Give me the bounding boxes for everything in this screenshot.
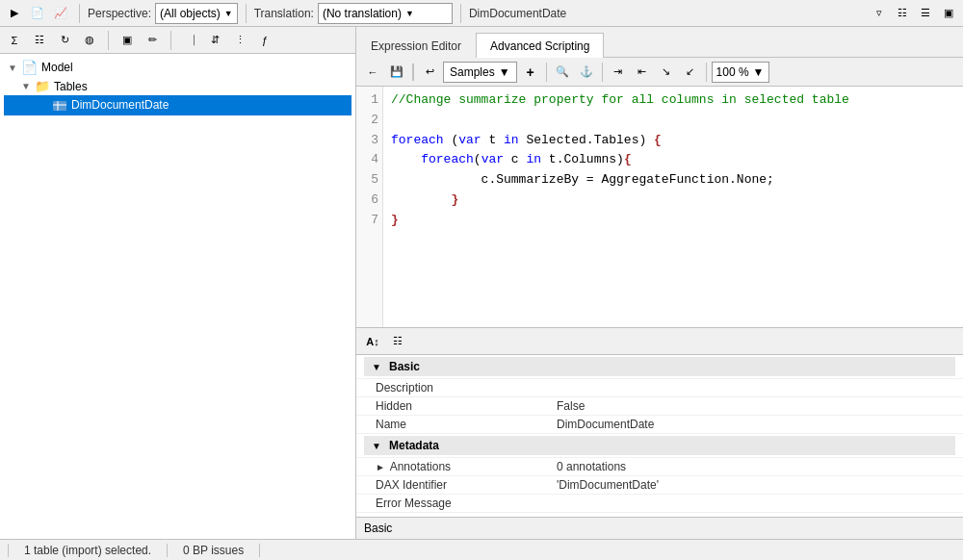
left-panel: Σ ☷ ↻ ◍ ▣ ✏ ⎹ ⇵ ⋮ ƒ ▼ 📄 Model ▼ 📁 Tables xyxy=(0,27,356,539)
funcs-icon[interactable]: ƒ xyxy=(254,30,275,51)
tree-dimdocumentdate[interactable]: DimDocumentDate xyxy=(4,95,351,115)
props-content: ▼ Basic Description Hidden False xyxy=(356,355,963,517)
separator-2 xyxy=(246,4,247,23)
prop-dax-label: DAX Identifier xyxy=(356,476,549,495)
ed-search-icon[interactable]: 🔍 xyxy=(552,62,573,83)
metadata-toggle[interactable]: ▼ xyxy=(372,441,385,451)
grid-icon[interactable]: ☷ xyxy=(892,3,913,24)
ed-save-icon[interactable]: 💾 xyxy=(386,62,407,83)
left-toolbar: Σ ☷ ↻ ◍ ▣ ✏ ⎹ ⇵ ⋮ ƒ xyxy=(0,27,355,54)
separator-3 xyxy=(460,4,461,23)
toolbar-group-icons: ▶ 📄 📈 xyxy=(4,3,71,24)
tree-model[interactable]: ▼ 📄 Model xyxy=(4,58,351,77)
prop-dax-value: 'DimDocumentDate' xyxy=(549,476,963,495)
section-metadata-header[interactable]: ▼ Metadata xyxy=(356,434,963,458)
status-selection: 1 table (import) selected. xyxy=(8,544,168,557)
prop-name-value: DimDocumentDate xyxy=(549,416,963,434)
ed-sep-2 xyxy=(602,63,603,82)
samples-button[interactable]: Samples ▼ xyxy=(443,62,517,83)
tb-icon-2[interactable]: 📄 xyxy=(27,3,48,24)
ed-separator-icon xyxy=(412,64,414,81)
separator-l2 xyxy=(170,31,171,50)
table-icon[interactable]: ☷ xyxy=(29,30,50,51)
ed-indent-icon[interactable]: ⇥ xyxy=(608,62,629,83)
tb-icon-1[interactable]: ▶ xyxy=(4,3,25,24)
ed-bookmark-icon[interactable]: ⚓ xyxy=(576,62,597,83)
props-grid-icon[interactable]: ☷ xyxy=(387,331,408,352)
svg-rect-0 xyxy=(53,101,66,111)
model-label: Model xyxy=(41,61,73,74)
status-issues: 0 BP issues xyxy=(168,544,260,557)
basic-section-label: Basic xyxy=(389,360,420,373)
tab-expression-editor[interactable]: Expression Editor xyxy=(356,33,476,58)
status-bar: 1 table (import) selected. 0 BP issues xyxy=(0,539,963,560)
props-table: ▼ Basic Description Hidden False xyxy=(356,355,963,517)
prop-hidden: Hidden False xyxy=(356,397,963,416)
props-bottom-label: Basic xyxy=(364,522,392,535)
image-icon[interactable]: ▣ xyxy=(117,30,138,51)
metadata-section-label: Metadata xyxy=(389,439,439,452)
hier-icon[interactable]: ⋮ xyxy=(229,30,250,51)
code-content[interactable]: //Change summarize property for all colu… xyxy=(383,87,963,327)
main-layout: Σ ☷ ↻ ◍ ▣ ✏ ⎹ ⇵ ⋮ ƒ ▼ 📄 Model ▼ 📁 Tables xyxy=(0,27,963,539)
tb-icon-3[interactable]: 📈 xyxy=(50,3,71,24)
prop-hidden-value: False xyxy=(549,397,963,416)
translation-dropdown[interactable]: (No translation) ▼ xyxy=(318,3,453,24)
col-icon[interactable]: ⎹ xyxy=(179,30,200,51)
sigma-icon[interactable]: Σ xyxy=(4,30,25,51)
ed-undo-icon[interactable]: ↩ xyxy=(419,62,440,83)
prop-error-message: Error Message xyxy=(356,495,963,513)
toolbar-right-icons: ▿ ☷ ☰ ▣ xyxy=(869,3,959,24)
perspective-arrow: ▼ xyxy=(224,9,233,18)
zoom-combo[interactable]: 100 % ▼ xyxy=(712,62,769,83)
prop-description-label: Description xyxy=(356,379,549,397)
ed-wrap-icon[interactable]: ↘ xyxy=(656,62,677,83)
prop-annotations: ► Annotations 0 annotations xyxy=(356,458,963,476)
table-icon xyxy=(52,97,67,114)
basic-toggle[interactable]: ▼ xyxy=(372,362,385,372)
perspective-label: Perspective: xyxy=(88,7,151,20)
ed-sep-3 xyxy=(706,63,707,82)
tables-label: Tables xyxy=(54,80,88,93)
tables-arrow: ▼ xyxy=(21,81,35,91)
tree-area: ▼ 📄 Model ▼ 📁 Tables DimDocumentDa xyxy=(0,54,355,539)
code-editor[interactable]: 1 2 3 4 5 6 7 //Change summarize propert… xyxy=(356,87,963,327)
tab-advanced-scripting[interactable]: Advanced Scripting xyxy=(476,33,604,58)
props-toolbar: A↕ ☷ xyxy=(356,328,963,355)
tables-icon: 📁 xyxy=(35,79,50,93)
perspective-dropdown[interactable]: (All objects) ▼ xyxy=(155,3,238,24)
ed-nowrap-icon[interactable]: ↙ xyxy=(680,62,701,83)
filter-icon[interactable]: ▿ xyxy=(869,3,890,24)
view-icon[interactable]: ☰ xyxy=(915,3,936,24)
expand-icon[interactable]: ▣ xyxy=(938,3,959,24)
prop-name: Name DimDocumentDate xyxy=(356,416,963,434)
section-basic-header[interactable]: ▼ Basic xyxy=(356,355,963,379)
separator-1 xyxy=(79,4,80,23)
prop-description: Description xyxy=(356,379,963,397)
prop-error-label: Error Message xyxy=(356,495,549,513)
top-toolbar: ▶ 📄 📈 Perspective: (All objects) ▼ Trans… xyxy=(0,0,963,27)
move-icon[interactable]: ⇵ xyxy=(204,30,225,51)
model-name: DimDocumentDate xyxy=(469,7,566,20)
translation-arrow: ▼ xyxy=(405,9,414,18)
prop-annotations-label: ► Annotations xyxy=(356,458,549,476)
calc-icon[interactable]: ↻ xyxy=(54,30,75,51)
prop-hidden-label: Hidden xyxy=(356,397,549,416)
right-panel: Expression Editor Advanced Scripting ← 💾… xyxy=(356,27,963,539)
props-az-icon[interactable]: A↕ xyxy=(362,331,383,352)
ed-sep-1 xyxy=(546,63,547,82)
samples-arrow: ▼ xyxy=(499,65,510,79)
ed-back-icon[interactable]: ← xyxy=(362,62,383,83)
line-numbers: 1 2 3 4 5 6 7 xyxy=(356,87,383,327)
ed-outdent-icon[interactable]: ⇤ xyxy=(632,62,653,83)
translation-label: Translation: xyxy=(254,7,314,20)
properties-panel: A↕ ☷ ▼ Basic xyxy=(356,327,963,539)
prop-name-label: Name xyxy=(356,416,549,434)
tree-tables[interactable]: ▼ 📁 Tables xyxy=(4,77,351,95)
editor-toolbar: ← 💾 ↩ Samples ▼ + 🔍 ⚓ ⇥ ⇤ ↘ ↙ 100 % ▼ xyxy=(356,58,963,87)
ed-add-icon[interactable]: + xyxy=(520,62,541,83)
edit-icon[interactable]: ✏ xyxy=(142,30,163,51)
zoom-arrow: ▼ xyxy=(753,65,765,79)
props-bottom: Basic xyxy=(356,517,963,539)
circle-icon[interactable]: ◍ xyxy=(79,30,100,51)
